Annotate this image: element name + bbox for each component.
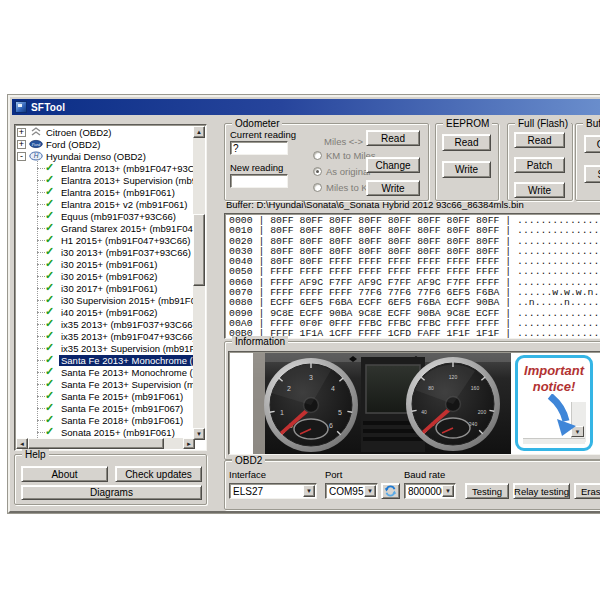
- vehicle-tree[interactable]: +Citroen (OBD2)+FordFord (OBD2)-HHyundai…: [16, 126, 195, 440]
- svg-text:40: 40: [421, 409, 427, 415]
- app-window: SFTool +Citroen (OBD2)+FordFord (OBD2)-H…: [8, 95, 600, 513]
- port-dropdown-arrow-icon[interactable]: ▼: [364, 485, 376, 497]
- tree-vertical-scrollbar[interactable]: ▲ ▼: [193, 126, 205, 440]
- as-original-label: As original: [326, 166, 370, 177]
- flash-write-button[interactable]: Write: [514, 182, 565, 198]
- tree-item[interactable]: ✓Grand Starex 2015+ (mb91F047+93C66): [16, 222, 195, 234]
- port-value: COM95: [329, 486, 363, 497]
- interface-value: ELS27: [233, 486, 263, 497]
- buffer-group: Buffer Open Save: [575, 123, 600, 201]
- notice-line2: notice!: [518, 379, 590, 395]
- tree-item[interactable]: ✓i30 Supervision 2015+ (mb91F062): [16, 294, 195, 306]
- eeprom-write-button[interactable]: Write: [442, 161, 491, 178]
- interface-select[interactable]: ELS27 ▼: [229, 483, 317, 499]
- tree-item-hyundai[interactable]: -HHyundai Denso (OBD2): [16, 150, 195, 162]
- tree-item[interactable]: ✓i30 2015+ (mb91F061): [16, 258, 195, 270]
- tree-item[interactable]: ✓Elantra 2013+ (mb91F047+93C66): [16, 162, 195, 174]
- tree-item-citroen[interactable]: +Citroen (OBD2): [16, 126, 195, 138]
- about-button[interactable]: About: [21, 466, 108, 482]
- interface-label: Interface: [229, 469, 266, 480]
- obd2-group-title: OBD2: [232, 455, 265, 466]
- current-reading-label: Current reading: [230, 129, 296, 140]
- new-reading-input[interactable]: [230, 174, 288, 188]
- baud-rate-label: Baud rate: [404, 469, 445, 480]
- tree-item[interactable]: ✓i40 2015+ (mb91F062): [16, 306, 195, 318]
- refresh-icon: [384, 485, 397, 497]
- ford-logo-icon: Ford: [29, 138, 43, 150]
- tree-item[interactable]: ✓i30 2015+ (mb91F062): [16, 270, 195, 282]
- titlebar[interactable]: SFTool: [12, 99, 600, 115]
- diagrams-button[interactable]: Diagrams: [21, 485, 202, 500]
- odometer-read-button[interactable]: Read: [366, 130, 420, 146]
- svg-text:4: 4: [331, 385, 335, 392]
- as-original-radio[interactable]: [313, 167, 322, 176]
- tree-item[interactable]: ✓Elantra 2015+ (mb91F061): [16, 186, 195, 198]
- tree-item[interactable]: ✓Sonata 2015+ (mb91F061): [16, 426, 195, 438]
- miles-to-km-radio[interactable]: [313, 183, 322, 192]
- scroll-up-button[interactable]: ▲: [193, 126, 205, 138]
- check-updates-button[interactable]: Check updates: [115, 466, 202, 482]
- refresh-ports-button[interactable]: [381, 483, 400, 499]
- tree-item[interactable]: ✓Santa Fe 2018+ (mb91F061): [16, 414, 195, 426]
- testing-button[interactable]: Testing: [465, 483, 509, 499]
- tree-item[interactable]: ✓i30 2013+ (mb91F037+93C66): [16, 246, 195, 258]
- flash-group: Full (Flash) Read Patch Write: [507, 123, 573, 201]
- km-to-miles-radio[interactable]: [313, 151, 322, 160]
- scroll-left-button[interactable]: ◄: [16, 438, 28, 449]
- expand-icon[interactable]: +: [17, 140, 26, 149]
- tree-horizontal-scrollbar[interactable]: ◄ ►: [16, 438, 195, 449]
- buffer-save-button[interactable]: Save: [584, 165, 600, 183]
- information-group-title: Information: [232, 336, 288, 347]
- tree-item[interactable]: ✓Equus (mb91F037+93C66): [16, 210, 195, 222]
- tree-item[interactable]: ✓ix35 2013+ (mb91F037+93C66): [16, 318, 195, 330]
- notice-line1: Important: [518, 363, 590, 379]
- important-notice-badge: Important notice! ▼: [515, 355, 593, 451]
- port-select[interactable]: COM95 ▼: [325, 483, 378, 499]
- tree-item[interactable]: ✓Santa Fe 2013+ Monochrome (mb91F038+93C…: [16, 366, 195, 378]
- erase-eeprom-button[interactable]: Erase EEPROM: [574, 483, 600, 499]
- new-reading-label: New reading: [230, 162, 283, 173]
- tree-item[interactable]: ✓ix35 2013+ Supervision (mb91F037+93C66): [16, 342, 195, 354]
- baud-rate-select[interactable]: 8000000 ▼: [404, 483, 456, 499]
- flash-patch-button[interactable]: Patch: [514, 157, 565, 173]
- svg-text:1: 1: [280, 409, 284, 416]
- screen: SFTool +Citroen (OBD2)+FordFord (OBD2)-H…: [0, 0, 600, 600]
- horizontal-scroll-thumb[interactable]: [28, 438, 164, 449]
- tree-item-ford[interactable]: +FordFord (OBD2): [16, 138, 195, 150]
- tree-item[interactable]: ✓i30 2017+ (mb91F061): [16, 282, 195, 294]
- tree-item[interactable]: ✓H1 2015+ (mb91F047+93C66): [16, 234, 195, 246]
- tree-item-selected[interactable]: ✓Santa Fe 2013+ Monochrome (mb91F037+93C…: [16, 354, 195, 366]
- odometer-change-button[interactable]: Change: [366, 157, 420, 173]
- eeprom-read-button[interactable]: Read: [442, 134, 491, 151]
- svg-text:5: 5: [338, 409, 342, 416]
- odometer-write-button[interactable]: Write: [366, 180, 420, 196]
- collapse-icon[interactable]: -: [17, 152, 26, 161]
- svg-text:6: 6: [329, 422, 333, 429]
- expand-icon[interactable]: +: [17, 128, 26, 137]
- odometer-group: Odometer Current reading New reading Mil…: [224, 123, 429, 201]
- tree-item[interactable]: ✓Santa Fe 2015+ (mb91F067): [16, 402, 195, 414]
- tree-item[interactable]: ✓Elantra 2013+ Supervision (mb91F038+93C…: [16, 174, 195, 186]
- tree-item[interactable]: ✓Santa Fe 2013+ Supervision (mb91F037+93…: [16, 378, 195, 390]
- svg-text:200: 200: [478, 409, 487, 415]
- current-reading-input[interactable]: [230, 141, 288, 155]
- tree-item[interactable]: ✓Santa Fe 2015+ (mb91F061): [16, 390, 195, 402]
- interface-dropdown-arrow-icon[interactable]: ▼: [303, 485, 315, 497]
- buffer-path-label: Buffer: D:\Hyundai\Sonata\6_Sonata Hybri…: [226, 199, 524, 210]
- relay-testing-button[interactable]: Relay testing: [513, 483, 570, 499]
- app-icon: [15, 101, 27, 113]
- odometer-group-title: Odometer: [232, 118, 282, 129]
- help-group-title: Help: [22, 449, 49, 460]
- hex-dump-panel: 0000 | 80FF 80FF 80FF 80FF 80FF 80FF 80F…: [224, 213, 600, 339]
- flash-read-button[interactable]: Read: [514, 132, 565, 148]
- buffer-open-button[interactable]: Open: [584, 135, 600, 153]
- hyundai-logo-icon: H: [29, 150, 43, 162]
- baud-dropdown-arrow-icon[interactable]: ▼: [442, 485, 454, 497]
- tree-item[interactable]: ✓Elantra 2015+ v2 (mb91F061): [16, 198, 195, 210]
- tree-item[interactable]: ✓ix35 2013+ (mb91F047+93C66): [16, 330, 195, 342]
- eeprom-group-title: EEPROM: [443, 118, 492, 129]
- scroll-right-button[interactable]: ►: [183, 438, 195, 449]
- vertical-scroll-thumb[interactable]: [193, 214, 205, 286]
- svg-text:Ford: Ford: [31, 142, 41, 147]
- help-group: Help About Check updates Diagrams: [14, 454, 207, 505]
